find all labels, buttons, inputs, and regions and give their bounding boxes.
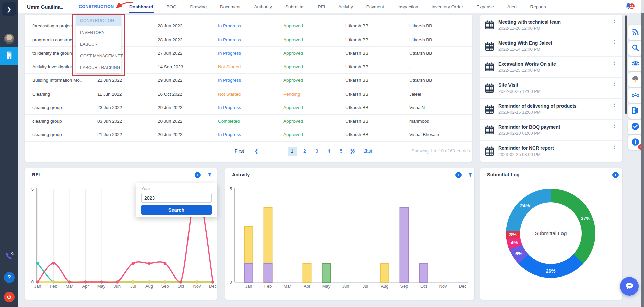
filter-icon[interactable] [468, 172, 473, 179]
pagination-page-6[interactable]: 6 [349, 147, 358, 156]
svg-text:Jan: Jan [245, 284, 252, 289]
dropdown-item-cost-managemnet[interactable]: COST MANAGEMNET [76, 50, 121, 62]
tab-document[interactable]: Document [220, 0, 241, 13]
task-check-button[interactable] [628, 120, 643, 134]
pagination-page-3[interactable]: 3 [312, 147, 321, 156]
feed-button[interactable] [628, 25, 643, 40]
phone-icon [4, 251, 14, 262]
table-row[interactable]: Cleaning11 Jun 202216 Oct 2022Not Starte… [25, 87, 472, 101]
tab-expense[interactable]: Expense [476, 0, 494, 13]
tab-inspection[interactable]: Inspection [397, 0, 418, 13]
notification-button[interactable]: 0 [628, 135, 643, 150]
table-cell: In Progress [218, 37, 283, 42]
tab-submittal[interactable]: Submittal [285, 0, 304, 13]
pagination-first[interactable]: First [235, 147, 244, 156]
meeting-datetime: 2022-11-25 12:00 PM [498, 68, 556, 73]
tab-drawing[interactable]: Drawing [190, 0, 207, 13]
table-row[interactable]: Building Information Mo...21 Jun 202229 … [25, 74, 472, 87]
kebab-menu-icon[interactable]: ⋮ [612, 144, 617, 150]
top-navigation: Umm Guailina.. CONSTRUCTION ▲ DashboardB… [18, 0, 644, 13]
meeting-datetime: 2022-11-20 12:00 PM [498, 26, 561, 31]
logout-button[interactable] [0, 292, 18, 302]
pagination-summary: Showing 1 to 10 of 68 entries [411, 148, 470, 154]
dropdown-item-inventory[interactable]: INVENTORY [76, 26, 121, 38]
avatar[interactable] [4, 34, 14, 44]
table-row[interactable]: cleaning group03 Jun 202220 Jun 2022Comp… [25, 115, 472, 128]
tab-reports[interactable]: Reports [530, 0, 546, 13]
search-button[interactable] [628, 41, 643, 56]
dropdown-item-labour-tracking[interactable]: LABOUR TRACKING [76, 62, 121, 73]
pagination-page-2[interactable]: 2 [300, 147, 309, 156]
meeting-item[interactable]: Excavation Works On site2022-11-25 12:00… [480, 57, 622, 78]
storm-button[interactable] [628, 72, 643, 87]
table-cell: Vishal Bhosale [409, 132, 472, 137]
inner-scrollbar[interactable] [625, 15, 627, 114]
pagination-prev-icon[interactable]: ❮ [255, 147, 258, 156]
meeting-item[interactable]: Site Visit2022-06-26 12:00 PM⋮ [480, 78, 622, 99]
task-check-icon [631, 122, 640, 132]
kebab-menu-icon[interactable]: ⋮ [612, 39, 617, 45]
search-button[interactable]: Search [141, 205, 212, 215]
window-scrollbar-track[interactable] [641, 0, 644, 307]
pagination-page-4[interactable]: 4 [325, 147, 334, 156]
info-icon[interactable]: i [455, 172, 462, 178]
kebab-menu-icon[interactable]: ⋮ [612, 102, 617, 108]
info-icon[interactable]: i [612, 172, 619, 178]
help-button[interactable]: ? [0, 272, 18, 283]
kebab-menu-icon[interactable]: ⋮ [612, 81, 617, 87]
donut-slice-label: 26% [546, 268, 555, 274]
tab-activity[interactable]: Activity [338, 0, 353, 13]
table-row[interactable]: cleaning group21 Jun 202226 Jun 2022In P… [25, 128, 472, 142]
table-row[interactable]: cleaning group23 Jun 202229 Jun 2022In P… [25, 101, 472, 115]
table-cell: 23 Jun 2022 [97, 105, 158, 110]
notification-count-badge: 11 [629, 3, 635, 9]
chat-button[interactable] [620, 277, 639, 296]
meeting-datetime: 2022-06-26 12:00 PM [498, 89, 541, 94]
svg-text:Aug: Aug [145, 284, 153, 289]
tab-alert[interactable]: Alert [507, 0, 517, 13]
dropdown-item-construction[interactable]: CONSTRUCTION [76, 15, 121, 26]
table-cell: 27 Jun 2022 [158, 51, 218, 56]
kebab-menu-icon[interactable]: ⋮ [612, 60, 617, 66]
window-scrollbar-thumb[interactable] [641, 13, 644, 307]
year-input[interactable] [141, 193, 212, 203]
meeting-item[interactable]: Meeting With Eng Jaleel2022-11-14 12:00 … [480, 36, 622, 57]
module-dropdown-trigger[interactable]: CONSTRUCTION ▲ [79, 0, 119, 13]
submittal-card-title: Submittal Log [487, 172, 520, 177]
kebab-menu-icon[interactable]: ⋮ [612, 18, 617, 24]
caret-up-icon: ▲ [116, 5, 118, 8]
svg-text:Sep: Sep [400, 284, 408, 289]
sidebar-item-projects[interactable] [0, 47, 18, 65]
meeting-item[interactable]: Meeting with technical team2022-11-20 12… [480, 15, 622, 36]
tab-inventory-order[interactable]: Inventory Order [432, 0, 463, 13]
dropdown-item-labour[interactable]: LABOUR [76, 38, 121, 50]
filter-icon[interactable] [207, 172, 212, 179]
meeting-title: Reminder for NCR report [498, 145, 554, 151]
info-icon[interactable]: i [195, 172, 201, 178]
table-cell: 26 Jun 2022 [158, 132, 218, 137]
pagination-page-7[interactable]: 7 [361, 147, 370, 156]
site-visit-button[interactable] [628, 104, 643, 119]
tab-rfi[interactable]: RFI [318, 0, 325, 13]
meeting-item[interactable]: Reminder for NCR report2023-02-25 03:00 … [480, 141, 622, 162]
tab-payment[interactable]: Payment [366, 0, 384, 13]
tab-authority[interactable]: Authority [254, 0, 272, 13]
meeting-item[interactable]: Reminder of delivering of products2023-0… [480, 99, 622, 120]
team-button[interactable] [628, 57, 643, 71]
donut-slice-label: 6% [515, 251, 522, 256]
table-cell: Building Information Mo... [32, 78, 97, 83]
meeting-item[interactable]: Reminder for BOQ payment2023-02-20 01:00… [480, 120, 622, 141]
sidebar-expand-icon[interactable]: ❯ [2, 2, 16, 16]
tab-boq[interactable]: BOQ [167, 0, 177, 13]
meeting-button[interactable] [628, 88, 643, 103]
table-cell: Utkarsh BB [345, 132, 409, 137]
help-icon: ? [4, 272, 15, 283]
pagination-page-1[interactable]: 1 [288, 147, 297, 156]
table-cell: Completed [218, 119, 283, 124]
pagination-page-5[interactable]: 5 [337, 147, 346, 156]
phone-support-button[interactable] [0, 251, 18, 262]
kebab-menu-icon[interactable]: ⋮ [612, 123, 617, 129]
tab-dashboard[interactable]: Dashboard [129, 0, 153, 13]
notifications-button[interactable]: 11 [625, 2, 638, 12]
table-cell: 14 Sep 2023 [158, 64, 218, 69]
